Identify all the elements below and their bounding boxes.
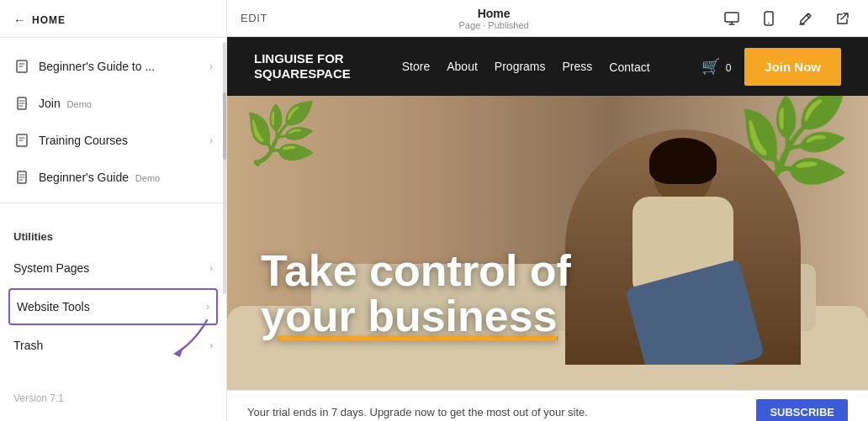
chevron-right-icon: › xyxy=(206,301,209,313)
cart-count: 0 xyxy=(726,62,732,74)
sidebar-item-label: Trash xyxy=(13,339,201,352)
version-label: Version 7.1 xyxy=(0,382,77,414)
page-icon xyxy=(13,95,30,112)
topbar-actions xyxy=(720,7,855,30)
sidebar-item-beginners-guide-1[interactable]: Beginner's Guide to ... › xyxy=(0,48,226,85)
chevron-right-icon: › xyxy=(209,134,213,146)
sidebar-item-label: Join Demo xyxy=(39,97,213,110)
subscribe-button[interactable]: SUBSCRIBE xyxy=(756,399,848,421)
join-now-button[interactable]: Join Now xyxy=(744,48,841,86)
edit-design-icon[interactable] xyxy=(794,7,818,30)
sidebar-item-join-demo[interactable]: Join Demo xyxy=(0,85,226,122)
nav-right: 🛒 0 Join Now xyxy=(701,48,841,86)
preview-area: LINGUISE FOR SQUARESPACE Store About Pro… xyxy=(227,37,868,421)
sidebar-header[interactable]: ← HOME xyxy=(0,0,226,38)
nav-links: Store About Programs Press Contact xyxy=(402,59,650,74)
mobile-view-icon[interactable] xyxy=(757,7,781,30)
sidebar-item-label: System Pages xyxy=(13,261,201,275)
hero-headline: Take control of your business xyxy=(261,248,571,339)
back-arrow-icon: ← xyxy=(13,13,25,27)
sidebar-scroll: Beginner's Guide to ... › Join Demo Trai… xyxy=(0,38,226,421)
sidebar-item-beginners-guide-demo[interactable]: Beginner's Guide Demo xyxy=(0,159,226,196)
desktop-view-icon[interactable] xyxy=(720,7,744,30)
sidebar-item-label: Training Courses xyxy=(39,134,201,147)
divider xyxy=(0,203,226,203)
svg-point-6 xyxy=(768,22,770,24)
page-icon xyxy=(13,169,30,186)
edit-label: EDIT xyxy=(241,12,267,24)
sidebar-item-system-pages[interactable]: System Pages › xyxy=(0,250,226,287)
sidebar-item-label: Website Tools xyxy=(17,300,198,313)
nav-link-programs[interactable]: Programs xyxy=(495,60,546,73)
chevron-right-icon: › xyxy=(209,61,213,72)
sidebar: ← HOME Beginner's Guide to ... › xyxy=(0,0,227,421)
sidebar-item-label: Beginner's Guide Demo xyxy=(39,171,213,184)
main-content: EDIT Home Page · Published xyxy=(227,0,868,421)
bookmark-icon xyxy=(13,58,30,75)
svg-rect-4 xyxy=(725,13,738,22)
trial-text: Your trial ends in 7 days. Upgrade now t… xyxy=(247,406,588,418)
chevron-right-icon: › xyxy=(209,339,213,351)
bookmark-icon xyxy=(13,132,30,149)
utilities-section: Utilities System Pages › Website Tools ›… xyxy=(0,210,226,364)
nav-link-about[interactable]: About xyxy=(447,60,478,73)
website-nav: LINGUISE FOR SQUARESPACE Store About Pro… xyxy=(227,37,868,96)
page-status: Page · Published xyxy=(459,20,529,30)
external-link-icon[interactable] xyxy=(831,7,855,30)
hero-background: 🌿 🌿 Take control of xyxy=(227,96,868,390)
home-label: HOME xyxy=(32,14,66,26)
brand-name: LINGUISE FOR SQUARESPACE xyxy=(254,51,351,82)
chevron-right-icon: › xyxy=(209,262,213,274)
page-title: Home xyxy=(459,7,529,20)
page-info: Home Page · Published xyxy=(459,7,529,30)
hero-section: 🌿 🌿 Take control of xyxy=(227,96,868,390)
bottom-bar: Your trial ends in 7 days. Upgrade now t… xyxy=(227,390,868,421)
sidebar-item-trash[interactable]: Trash › xyxy=(0,327,226,364)
cart-icon[interactable]: 🛒 0 xyxy=(701,57,732,76)
nav-link-press[interactable]: Press xyxy=(563,60,593,73)
sidebar-item-website-tools[interactable]: Website Tools › xyxy=(8,288,218,325)
nav-link-contact[interactable]: Contact xyxy=(609,61,649,74)
sidebar-scrollbar[interactable] xyxy=(223,42,226,294)
sidebar-item-training-courses[interactable]: Training Courses › xyxy=(0,122,226,159)
hero-text: Take control of your business xyxy=(261,248,571,339)
scrollbar-thumb xyxy=(223,92,226,160)
nav-link-store[interactable]: Store xyxy=(402,60,430,73)
utilities-section-label: Utilities xyxy=(0,217,226,250)
sidebar-item-label: Beginner's Guide to ... xyxy=(39,60,201,73)
topbar: EDIT Home Page · Published xyxy=(227,0,868,37)
plant-left-icon: 🌿 xyxy=(244,104,317,163)
